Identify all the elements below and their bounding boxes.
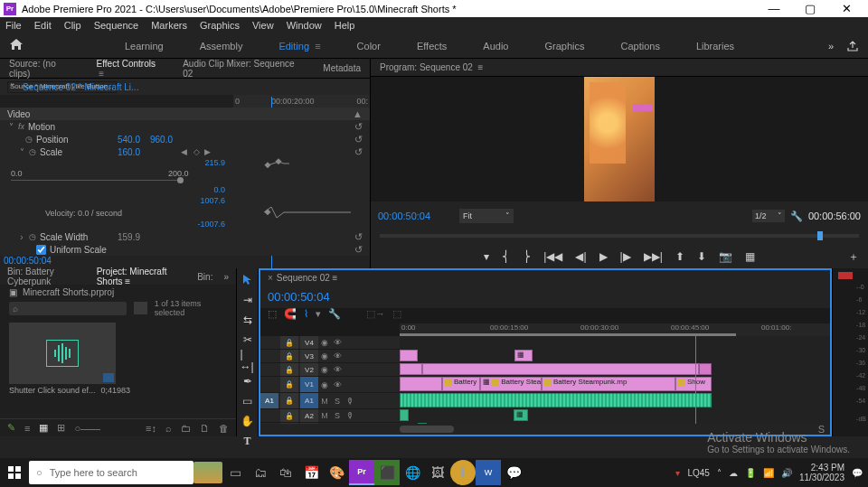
premiere-icon[interactable]: Pr bbox=[349, 460, 374, 485]
clip-v1-1[interactable] bbox=[400, 377, 442, 391]
ec-scale-val[interactable]: 160.0 bbox=[118, 147, 140, 157]
figma-icon[interactable]: 🎨 bbox=[324, 460, 349, 485]
mark-out-icon[interactable]: ⎬ bbox=[523, 250, 531, 263]
slip-tool[interactable]: |↔| bbox=[241, 353, 255, 368]
comparison-icon[interactable]: ▦ bbox=[745, 250, 755, 263]
clip-v3-2[interactable]: ▦ bbox=[514, 350, 533, 361]
menu-clip[interactable]: Clip bbox=[64, 20, 81, 31]
wrench-icon[interactable]: 🔧 bbox=[790, 211, 803, 222]
export-frame-icon[interactable]: 📷 bbox=[719, 250, 732, 263]
menu-help[interactable]: Help bbox=[335, 20, 355, 31]
stopwatch-icon[interactable]: ◷ bbox=[25, 135, 33, 144]
tray-lq[interactable]: LQ45 bbox=[687, 468, 709, 478]
scale-keyframe-graph[interactable] bbox=[233, 158, 351, 194]
ws-editing[interactable]: Editing ≡ bbox=[278, 41, 320, 52]
ec-video-toggle[interactable]: ▲ bbox=[353, 108, 363, 119]
item-name[interactable]: Shutter Click sound ef... bbox=[9, 386, 96, 395]
home-button[interactable] bbox=[9, 38, 31, 54]
new-bin-icon[interactable] bbox=[134, 302, 147, 314]
step-back-icon[interactable]: ◀| bbox=[575, 250, 586, 263]
tray-battery-icon[interactable]: 🔋 bbox=[745, 468, 756, 478]
task-view-icon[interactable]: ▭ bbox=[222, 460, 248, 485]
track-select-tool[interactable]: ⇥ bbox=[241, 294, 255, 306]
lock-a2[interactable]: 🔒 bbox=[280, 409, 298, 422]
overwrite-icon[interactable]: ⬚ bbox=[392, 308, 401, 320]
settings-icon[interactable]: 🔧 bbox=[328, 308, 341, 320]
timeline-timecode[interactable]: 00:00:50:04 bbox=[260, 290, 378, 304]
icon-view-icon[interactable]: ▦ bbox=[39, 422, 48, 434]
mute-v1[interactable]: ◉ bbox=[318, 377, 331, 392]
nest-icon[interactable]: ⬚ bbox=[268, 308, 277, 320]
eye-v3[interactable]: 👁 bbox=[331, 350, 344, 362]
ws-libraries[interactable]: Libraries bbox=[696, 41, 734, 52]
rec-a1[interactable]: 🎙 bbox=[344, 393, 356, 408]
ripple-edit-tool[interactable]: ⇆ bbox=[241, 314, 255, 326]
menu-graphics[interactable]: Graphics bbox=[200, 20, 240, 31]
ws-effects[interactable]: Effects bbox=[417, 41, 447, 52]
tab-effect-controls[interactable]: Effect Controls ≡ bbox=[97, 59, 165, 79]
rectangle-tool[interactable]: ▭ bbox=[241, 395, 255, 407]
clip-v2-1[interactable] bbox=[400, 363, 422, 375]
clip-v2-3[interactable] bbox=[699, 363, 712, 375]
sort-icon[interactable]: ≡↕ bbox=[146, 423, 156, 434]
target-v4[interactable]: V4 bbox=[300, 336, 318, 349]
link-icon[interactable]: ⌇ bbox=[304, 308, 308, 320]
tab-source[interactable]: Source: (no clips) bbox=[9, 59, 79, 79]
play-icon[interactable]: ▶ bbox=[599, 250, 608, 263]
new-item-button[interactable]: 🗋 bbox=[200, 423, 210, 434]
scale-slider[interactable] bbox=[11, 180, 183, 181]
stopwatch-icon[interactable]: ◷ bbox=[29, 147, 36, 156]
sequence-tab[interactable]: Sequence 02 bbox=[277, 273, 330, 283]
tray-clock[interactable]: 2:43 PM 11/30/2023 bbox=[799, 463, 844, 482]
ec-clip-selector[interactable]: Source * Minecraft Like Button... ˅ Sequ… bbox=[0, 79, 370, 95]
pen-tool[interactable]: ✒ bbox=[241, 375, 255, 388]
bin-tab-2[interactable]: Bin: bbox=[197, 272, 212, 282]
marker-in-icon[interactable]: ▾ bbox=[484, 250, 489, 263]
find-icon[interactable]: ⌕ bbox=[165, 423, 172, 434]
maximize-button[interactable]: ▢ bbox=[792, 2, 828, 15]
ws-audio[interactable]: Audio bbox=[483, 41, 508, 52]
mute-v4[interactable]: ◉ bbox=[318, 336, 331, 349]
chrome-icon[interactable]: 🌐 bbox=[400, 460, 425, 485]
store-icon[interactable]: 🛍 bbox=[273, 460, 298, 485]
kf-add[interactable]: ◇ bbox=[193, 147, 200, 156]
tray-app-icon[interactable]: ▾ bbox=[675, 468, 680, 478]
close-button[interactable]: ✕ bbox=[828, 2, 864, 15]
hand-tool[interactable]: ✋ bbox=[241, 415, 255, 427]
reset-icon[interactable]: ↺ bbox=[354, 121, 363, 133]
ec-position-x[interactable]: 540.0 bbox=[118, 135, 140, 145]
eye-v1[interactable]: 👁 bbox=[331, 377, 344, 392]
razor-tool[interactable]: ✂ bbox=[241, 333, 255, 346]
program-tab[interactable]: Program: Sequence 02 bbox=[380, 62, 473, 72]
clip-v3-1[interactable] bbox=[400, 350, 418, 361]
target-v1[interactable]: V1 bbox=[300, 377, 318, 392]
explorer-icon[interactable]: 🗂 bbox=[248, 460, 273, 485]
mute-v2[interactable]: ◉ bbox=[318, 363, 331, 376]
teams-icon[interactable]: 💬 bbox=[501, 460, 526, 485]
kf-next[interactable]: ▶ bbox=[204, 147, 211, 156]
menu-view[interactable]: View bbox=[252, 20, 274, 31]
clip-v1-4[interactable]: Battery Steampunk.mp bbox=[542, 377, 675, 391]
mark-in-icon[interactable]: ⎨ bbox=[502, 250, 510, 263]
list-view-icon[interactable]: ≡ bbox=[24, 423, 30, 434]
lock-v3[interactable]: 🔒 bbox=[280, 350, 298, 362]
bin-tab-1[interactable]: Bin: Battery Cyberpunk bbox=[7, 267, 86, 286]
lock-v1[interactable]: 🔒 bbox=[280, 377, 298, 392]
step-fwd-icon[interactable]: |▶ bbox=[620, 250, 631, 263]
uniform-scale-checkbox[interactable] bbox=[36, 245, 46, 255]
delete-icon[interactable]: 🗑 bbox=[219, 423, 229, 434]
ec-motion[interactable]: Motion bbox=[28, 122, 55, 132]
go-in-icon[interactable]: |◀◀ bbox=[543, 250, 562, 263]
solo-a1[interactable]: S bbox=[331, 393, 344, 408]
resolution-dropdown[interactable]: 1/2˅ bbox=[752, 210, 785, 222]
clip-v1-2[interactable]: Battery Sta bbox=[442, 377, 480, 391]
target-a1[interactable]: A1 bbox=[300, 393, 318, 408]
calendar-icon[interactable]: 📅 bbox=[298, 460, 324, 485]
src-a1[interactable]: A1 bbox=[260, 393, 278, 408]
scale-slider-thumb[interactable] bbox=[177, 177, 184, 183]
tray-volume-icon[interactable]: 🔊 bbox=[781, 468, 792, 478]
clip-v2-2[interactable] bbox=[422, 363, 699, 375]
extract-icon[interactable]: ⬇ bbox=[697, 250, 706, 263]
lock-v4[interactable]: 🔒 bbox=[280, 336, 298, 349]
project-search[interactable]: ⌕ bbox=[9, 302, 127, 315]
